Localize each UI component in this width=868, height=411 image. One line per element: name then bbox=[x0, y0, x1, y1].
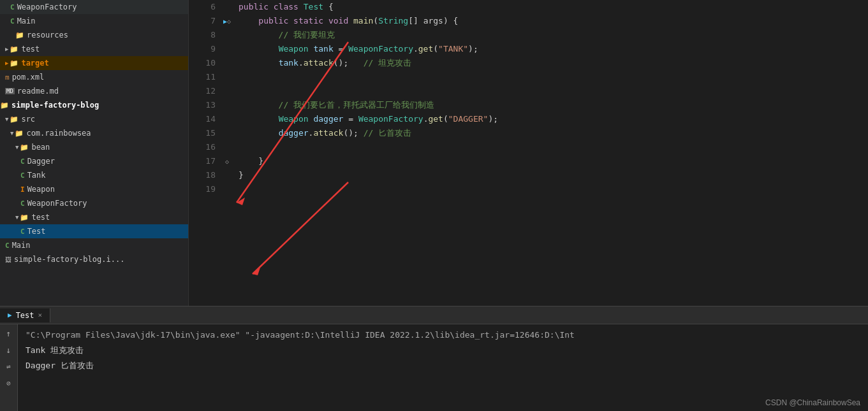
code-text: . bbox=[413, 42, 418, 56]
tree-item-main-bottom[interactable]: C Main bbox=[0, 238, 188, 252]
tree-item-test[interactable]: ▶ 📁 test bbox=[0, 42, 188, 56]
folder-icon: 📁 bbox=[15, 31, 24, 40]
code-text: . bbox=[298, 56, 304, 70]
tree-item-main-top[interactable]: C Main bbox=[0, 14, 188, 28]
svg-marker-3 bbox=[253, 268, 260, 275]
run-icon: ▶ bbox=[8, 311, 12, 319]
keyword: public bbox=[239, 0, 268, 14]
img-icon: 🖼 bbox=[5, 256, 11, 263]
keyword: static bbox=[293, 14, 323, 28]
code-content: 6 7 8 9 10 11 12 13 14 15 16 17 18 19 ▶ bbox=[189, 0, 868, 306]
keyword: class bbox=[274, 0, 298, 14]
tree-label: pom.xml bbox=[12, 73, 45, 82]
gutter-row bbox=[221, 56, 233, 70]
tree-label: readme.md bbox=[17, 87, 59, 96]
type-name: Weapon bbox=[279, 42, 309, 56]
java-interface-icon: I bbox=[20, 185, 25, 194]
console-command-line: "C:\Program Files\Java\jdk-17\bin\java.e… bbox=[26, 328, 860, 342]
code-text: . bbox=[309, 126, 314, 140]
code-text: [] args) { bbox=[408, 14, 458, 28]
function-name: get bbox=[418, 42, 433, 56]
gutter-row bbox=[221, 112, 233, 126]
tab-close-button[interactable]: × bbox=[38, 311, 43, 319]
tree-item-test-folder[interactable]: ▼ 📁 test bbox=[0, 210, 188, 224]
code-line-17: } bbox=[239, 154, 868, 168]
gutter-row bbox=[221, 0, 233, 14]
string: "DAGGER" bbox=[448, 112, 489, 126]
tree-item-bean[interactable]: ▼ 📁 bean bbox=[0, 140, 188, 154]
code-text bbox=[348, 14, 353, 28]
code-text: { bbox=[323, 0, 334, 14]
tree-item-simple-factory-img[interactable]: 🖼 simple-factory-blog.i... bbox=[0, 252, 188, 266]
function-name: attack bbox=[304, 56, 334, 70]
arrow-icon: ▶ bbox=[5, 60, 8, 66]
variable: dagger bbox=[313, 112, 343, 126]
tree-item-simple-factory-blog[interactable]: 📁 simple-factory-blog bbox=[0, 98, 188, 112]
tree-item-test-class[interactable]: C Test bbox=[0, 224, 188, 238]
gutter-row bbox=[221, 42, 233, 56]
code-text bbox=[309, 42, 314, 56]
code-text: (); bbox=[343, 126, 363, 140]
gutter-row bbox=[221, 182, 233, 196]
code-line-18: } bbox=[239, 168, 868, 182]
java-class-icon: C bbox=[20, 171, 25, 180]
variable: dagger bbox=[279, 126, 309, 140]
code-text bbox=[239, 112, 279, 126]
code-text bbox=[239, 126, 279, 140]
tree-item-com-rainbowsea[interactable]: ▼ 📁 com.rainbowsea bbox=[0, 126, 188, 140]
gutter-row-run[interactable]: ▶ ◇ bbox=[221, 14, 233, 28]
tree-item-weaponfactory[interactable]: C WeaponFactory bbox=[0, 0, 188, 14]
code-line-7: public static void main ( String [] args… bbox=[239, 14, 868, 28]
xml-icon: m bbox=[5, 73, 10, 82]
class-name: WeaponFactory bbox=[348, 42, 413, 56]
tree-item-target[interactable]: ▶ 📁 target bbox=[0, 56, 188, 70]
java-class-icon: C bbox=[10, 17, 15, 25]
code-text bbox=[239, 56, 279, 70]
scroll-up-button[interactable]: ↑ bbox=[3, 327, 15, 340]
arrow-icon: ▶ bbox=[5, 46, 8, 52]
gutter-row bbox=[221, 126, 233, 140]
tree-item-weaponfactory2[interactable]: C WeaponFactory bbox=[0, 196, 188, 210]
code-line-12 bbox=[239, 84, 868, 98]
comment: // 匕首攻击 bbox=[364, 126, 411, 140]
tree-item-tank[interactable]: C Tank bbox=[0, 168, 188, 182]
wrap-button[interactable]: ⇌ bbox=[3, 360, 15, 373]
tree-label: target bbox=[21, 59, 48, 68]
code-text: ( bbox=[373, 14, 378, 28]
code-line-11 bbox=[239, 70, 868, 84]
folder-icon: 📁 bbox=[20, 143, 29, 152]
folder-icon: 📁 bbox=[20, 213, 29, 222]
scroll-down-button[interactable]: ↓ bbox=[3, 343, 15, 356]
gutter-row bbox=[221, 70, 233, 84]
tree-label: Dagger bbox=[27, 157, 55, 166]
code-text: ( bbox=[433, 42, 438, 56]
clear-button[interactable]: ⊘ bbox=[3, 377, 15, 389]
tree-item-resources[interactable]: 📁 resources bbox=[0, 28, 188, 42]
code-text bbox=[268, 0, 274, 14]
tree-item-readme[interactable]: MD readme.md bbox=[0, 84, 188, 98]
code-line-10: tank . attack (); // 坦克攻击 bbox=[239, 56, 868, 70]
main-area: C WeaponFactory C Main 📁 resources ▶ 📁 t… bbox=[0, 0, 868, 306]
comment: // 我们要坦克 bbox=[239, 28, 335, 42]
code-line-19 bbox=[239, 182, 868, 196]
console-content: ↑ ↓ ⇌ ⊘ "C:\Program Files\Java\jdk-17\bi… bbox=[0, 324, 868, 411]
tree-item-weapon[interactable]: I Weapon bbox=[0, 182, 188, 196]
bottom-tabs: ▶ Test × bbox=[0, 306, 868, 324]
function-name: get bbox=[428, 112, 443, 126]
console-sidebar: ↑ ↓ ⇌ ⊘ bbox=[0, 324, 18, 411]
folder-icon: 📁 bbox=[10, 59, 18, 68]
tree-item-src[interactable]: ▼ 📁 src bbox=[0, 112, 188, 126]
code-text bbox=[309, 112, 314, 126]
console-output-dagger: Dagger 匕首攻击 bbox=[26, 359, 860, 373]
tree-label: com.rainbowsea bbox=[26, 129, 91, 138]
tree-label: Main bbox=[17, 17, 36, 25]
tree-item-pom[interactable]: m pom.xml bbox=[0, 70, 188, 84]
line-numbers: 6 7 8 9 10 11 12 13 14 15 16 17 18 19 bbox=[189, 0, 221, 306]
tree-item-dagger[interactable]: C Dagger bbox=[0, 154, 188, 168]
tree-label: Test bbox=[27, 227, 46, 236]
comment: // 我们要匕首，拜托武器工厂给我们制造 bbox=[239, 98, 434, 112]
console-tab[interactable]: ▶ Test × bbox=[0, 308, 50, 322]
code-text: = bbox=[334, 42, 348, 56]
code-text: } bbox=[239, 168, 244, 182]
code-text bbox=[323, 14, 328, 28]
